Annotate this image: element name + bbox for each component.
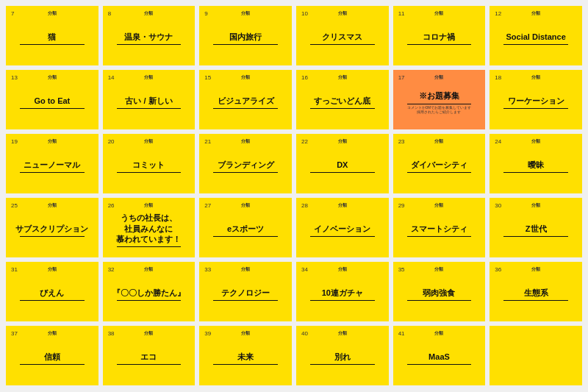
card-item[interactable]: 26分類うちの社長は、 社員みんなに 慕われています！ — [103, 198, 196, 257]
card-item[interactable]: 40分類別れ — [296, 326, 389, 385]
card-title: Social Distance — [506, 32, 565, 42]
card-divider — [20, 236, 85, 237]
card-item[interactable]: 41分類MaaS — [393, 326, 486, 385]
card-title: エコ — [140, 352, 157, 362]
card-title: 弱肉強食 — [423, 288, 455, 298]
card-number: 23 — [398, 138, 405, 145]
card-item[interactable]: 19分類ニューノーマル — [6, 134, 98, 193]
card-item[interactable]: 10分類クリスマス — [296, 6, 389, 65]
card-item[interactable]: 21分類ブランディング — [199, 134, 292, 193]
card-divider — [310, 44, 375, 45]
card-title: Go to Eat — [34, 96, 70, 106]
card-category-label: 分類 — [106, 74, 193, 81]
card-item[interactable]: 24分類曖昧 — [490, 134, 582, 193]
card-category-label: 分類 — [492, 10, 579, 17]
card-category-label: 分類 — [299, 202, 386, 209]
card-item[interactable] — [490, 326, 582, 385]
card-category-label: 分類 — [106, 202, 193, 209]
card-item[interactable]: 8分類温泉・サウナ — [103, 6, 196, 65]
card-item[interactable]: 33分類テクノロジー — [199, 262, 292, 321]
card-item[interactable]: 38分類エコ — [103, 326, 196, 385]
card-category-label: 分類 — [9, 330, 96, 337]
card-item[interactable]: 28分類イノベーション — [296, 198, 389, 257]
card-category-label: 分類 — [202, 138, 289, 145]
card-item[interactable]: 15分類ビジュアライズ — [199, 70, 292, 129]
card-item[interactable]: 39分類未来 — [199, 326, 292, 385]
card-number: 35 — [398, 266, 405, 273]
card-divider — [20, 300, 85, 301]
card-title: 生態系 — [524, 288, 548, 298]
card-item[interactable]: 9分類国内旅行 — [199, 6, 292, 65]
card-item[interactable]: 16分類すっごいどん底 — [296, 70, 389, 129]
card-divider — [407, 300, 472, 301]
card-title: イノベーション — [314, 224, 370, 234]
card-divider — [117, 300, 182, 301]
card-number: 22 — [301, 138, 308, 145]
card-item[interactable]: 11分類コロナ禍 — [393, 6, 486, 65]
card-title: 別れ — [334, 352, 351, 362]
card-divider — [20, 108, 85, 109]
card-item[interactable]: 37分類信頼 — [6, 326, 98, 385]
card-item[interactable]: 35分類弱肉強食 — [393, 262, 486, 321]
card-item[interactable]: 27分類eスポーツ — [199, 198, 292, 257]
card-divider — [310, 236, 375, 237]
card-item[interactable]: 7分類猫 — [6, 6, 98, 65]
card-title: コミット — [132, 160, 165, 170]
card-item[interactable]: 20分類コミット — [103, 134, 196, 193]
card-number: 26 — [108, 202, 115, 209]
card-number: 13 — [11, 74, 18, 81]
card-title: DX — [337, 160, 348, 170]
card-number: 31 — [11, 266, 18, 273]
card-item[interactable]: 13分類Go to Eat — [6, 70, 98, 129]
card-divider — [117, 108, 182, 109]
card-category-label: 分類 — [106, 138, 193, 145]
card-divider — [20, 364, 85, 365]
card-number: 8 — [108, 10, 111, 17]
card-item[interactable]: 30分類Z世代 — [490, 198, 582, 257]
card-divider — [213, 236, 278, 237]
card-item[interactable]: 18分類ワーケーション — [490, 70, 582, 129]
card-item[interactable]: 29分類スマートシティ — [393, 198, 486, 257]
card-title: Z世代 — [526, 224, 547, 234]
card-item[interactable]: 34分類10連ガチャ — [296, 262, 389, 321]
card-number: 33 — [204, 266, 211, 273]
card-category-label: 分類 — [202, 266, 289, 273]
card-number: 32 — [108, 266, 115, 273]
card-number: 41 — [398, 330, 405, 337]
card-item[interactable]: 22分類DX — [296, 134, 389, 193]
card-divider — [407, 236, 472, 237]
card-category-label: 分類 — [299, 138, 386, 145]
card-divider — [213, 44, 278, 45]
card-item[interactable]: 25分類サブスクリプション — [6, 198, 98, 257]
card-category-label: 分類 — [492, 266, 579, 273]
card-category-label: 分類 — [9, 10, 96, 17]
card-item[interactable]: 14分類古い / 新しい — [103, 70, 196, 129]
card-item[interactable]: 32分類『〇〇しか勝たん』 — [103, 262, 196, 321]
card-title: 『〇〇しか勝たん』 — [112, 288, 185, 298]
card-item[interactable]: 17分類※お題募集コメントかDMでお題を募集しています 採用されたらご紹介します — [393, 70, 486, 129]
card-divider — [407, 104, 472, 104]
card-category-label: 分類 — [492, 202, 579, 209]
card-divider — [117, 172, 182, 173]
card-divider — [503, 236, 568, 237]
card-category-label: 分類 — [299, 330, 386, 337]
card-divider — [20, 172, 85, 173]
card-item[interactable]: 23分類ダイバーシティ — [393, 134, 486, 193]
card-category-label: 分類 — [299, 10, 386, 17]
card-divider — [407, 44, 472, 45]
card-number: 36 — [495, 266, 501, 273]
card-divider — [407, 172, 472, 173]
card-item[interactable]: 12分類Social Distance — [490, 6, 582, 65]
card-title: 国内旅行 — [229, 32, 262, 42]
card-category-label: 分類 — [202, 74, 289, 81]
card-divider — [407, 364, 472, 365]
card-item[interactable]: 31分類びえん — [6, 262, 98, 321]
card-divider — [310, 364, 375, 365]
card-category-label: 分類 — [9, 202, 96, 209]
card-item[interactable]: 36分類生態系 — [490, 262, 582, 321]
card-number: 27 — [204, 202, 211, 209]
card-category-label: 分類 — [106, 330, 193, 337]
card-number: 12 — [495, 10, 501, 17]
card-divider — [213, 108, 278, 109]
card-divider — [213, 172, 278, 173]
